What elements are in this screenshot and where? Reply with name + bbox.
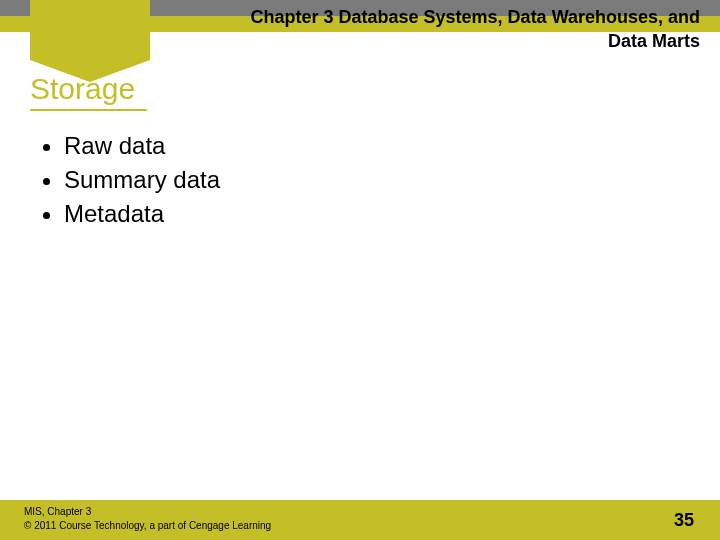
chapter-title-line2: Data Marts [160,29,700,53]
list-item: Metadata [64,200,220,234]
page-number: 35 [674,510,694,531]
footer-copyright: © 2011 Course Technology, a part of Ceng… [24,520,271,531]
list-item: Raw data [64,132,220,166]
footer-bar: MIS, Chapter 3 © 2011 Course Technology,… [0,500,720,540]
bullet-list: Raw data Summary data Metadata [48,132,220,234]
list-item: Summary data [64,166,220,200]
header-accent-pennant [30,0,150,60]
section-title: Storage [30,72,147,111]
chapter-title: Chapter 3 Database Systems, Data Warehou… [160,5,700,54]
footer-source: MIS, Chapter 3 [24,506,91,517]
chapter-title-line1: Chapter 3 Database Systems, Data Warehou… [160,5,700,29]
slide: Chapter 3 Database Systems, Data Warehou… [0,0,720,540]
